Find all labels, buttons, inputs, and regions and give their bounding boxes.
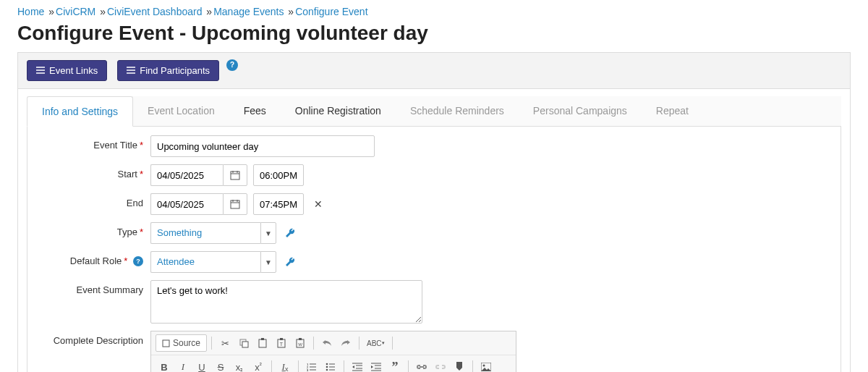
breadcrumb-sep: » bbox=[206, 6, 212, 17]
label-event-title: Event Title* bbox=[35, 135, 150, 151]
calendar-icon[interactable] bbox=[223, 164, 247, 186]
summary-textarea[interactable]: Let's get to work! bbox=[150, 280, 422, 324]
svg-point-17 bbox=[326, 366, 328, 368]
row-start: Start* bbox=[35, 164, 833, 186]
svg-rect-5 bbox=[259, 339, 266, 347]
svg-point-20 bbox=[483, 365, 485, 367]
tab-repeat[interactable]: Repeat bbox=[642, 96, 703, 126]
label-summary: Event Summary bbox=[35, 280, 150, 295]
anchor-icon[interactable] bbox=[451, 358, 468, 372]
underline-icon[interactable]: U bbox=[193, 358, 210, 372]
numbered-list-icon[interactable]: 123 bbox=[303, 358, 320, 372]
start-date-group bbox=[150, 164, 247, 186]
type-select-value[interactable]: Something bbox=[150, 222, 260, 244]
svg-rect-11 bbox=[299, 338, 302, 340]
required-marker: * bbox=[140, 227, 143, 237]
rte-toolbar-row-1: Source ✂ T bbox=[151, 331, 516, 355]
blockquote-icon[interactable]: ” bbox=[386, 358, 404, 372]
calendar-icon[interactable] bbox=[223, 193, 247, 215]
bulleted-list-icon[interactable] bbox=[322, 358, 339, 372]
help-icon[interactable]: ? bbox=[226, 59, 238, 71]
tabbed-form: Info and Settings Event Location Fees On… bbox=[18, 89, 850, 372]
tab-personal-campaigns[interactable]: Personal Campaigns bbox=[519, 96, 642, 126]
tab-info-settings[interactable]: Info and Settings bbox=[27, 96, 133, 127]
paste-icon[interactable] bbox=[254, 334, 271, 352]
subscript-icon[interactable]: x₂ bbox=[231, 358, 248, 372]
end-date-group bbox=[150, 193, 247, 215]
rte-sep bbox=[408, 360, 409, 372]
breadcrumb-sep: » bbox=[288, 6, 294, 17]
rte-sep bbox=[344, 360, 344, 372]
start-date-input[interactable] bbox=[150, 164, 223, 186]
copy-icon[interactable] bbox=[235, 334, 252, 352]
wrench-icon[interactable] bbox=[282, 256, 298, 269]
caret-down-icon[interactable]: ▼ bbox=[260, 222, 276, 244]
label-type: Type* bbox=[35, 222, 150, 237]
clear-end-icon[interactable]: ✕ bbox=[310, 198, 327, 210]
paste-word-icon[interactable]: W bbox=[292, 334, 309, 352]
hamburger-icon bbox=[127, 65, 135, 76]
label-start: Start* bbox=[35, 164, 150, 179]
svg-text:W: W bbox=[298, 342, 302, 347]
event-links-button[interactable]: Event Links bbox=[27, 60, 107, 81]
event-title-input[interactable] bbox=[150, 135, 375, 157]
remove-format-icon[interactable]: Ix bbox=[276, 358, 294, 372]
svg-point-18 bbox=[326, 369, 328, 371]
undo-icon[interactable] bbox=[318, 334, 336, 352]
row-end: End ✕ bbox=[35, 193, 833, 215]
indent-icon[interactable] bbox=[367, 358, 385, 372]
end-date-input[interactable] bbox=[150, 193, 223, 215]
role-select-value[interactable]: Attendee bbox=[150, 251, 260, 273]
breadcrumb-civicrm[interactable]: CiviCRM bbox=[56, 6, 95, 17]
svg-rect-0 bbox=[231, 172, 239, 179]
label-end: End bbox=[35, 193, 150, 208]
action-bar: Event Links Find Participants ? bbox=[18, 53, 850, 89]
outdent-icon[interactable] bbox=[349, 358, 366, 372]
caret-down-icon[interactable]: ▼ bbox=[260, 251, 276, 273]
svg-text:3: 3 bbox=[307, 368, 309, 371]
image-icon[interactable] bbox=[477, 358, 495, 372]
tab-fees[interactable]: Fees bbox=[229, 96, 281, 126]
svg-rect-4 bbox=[242, 342, 248, 347]
required-marker: * bbox=[140, 140, 143, 151]
tab-schedule-reminders[interactable]: Schedule Reminders bbox=[396, 96, 519, 126]
svg-text:T: T bbox=[280, 342, 284, 347]
row-summary: Event Summary Let's get to work! bbox=[35, 280, 833, 324]
breadcrumb: Home »CiviCRM »CiviEvent Dashboard »Mana… bbox=[0, 0, 868, 20]
hamburger-icon bbox=[36, 65, 45, 76]
spellcheck-icon[interactable]: ABC▾ bbox=[364, 334, 388, 352]
role-select[interactable]: Attendee ▼ bbox=[150, 251, 276, 273]
rte-sep bbox=[271, 360, 272, 372]
cut-icon[interactable]: ✂ bbox=[216, 334, 234, 352]
tabs: Info and Settings Event Location Fees On… bbox=[27, 96, 841, 127]
rte-source-button[interactable]: Source bbox=[156, 334, 207, 352]
event-links-label: Event Links bbox=[49, 65, 98, 76]
required-marker: * bbox=[140, 169, 143, 179]
italic-icon[interactable]: I bbox=[174, 358, 192, 372]
find-participants-button[interactable]: Find Participants bbox=[117, 60, 219, 81]
label-description: Complete Description bbox=[35, 331, 150, 346]
unlink-icon[interactable] bbox=[432, 358, 449, 372]
strike-icon[interactable]: S bbox=[212, 358, 229, 372]
superscript-icon[interactable]: x² bbox=[250, 358, 267, 372]
breadcrumb-dashboard[interactable]: CiviEvent Dashboard bbox=[107, 6, 203, 17]
wrench-icon[interactable] bbox=[282, 227, 298, 240]
paste-text-icon[interactable]: T bbox=[273, 334, 290, 352]
svg-rect-2 bbox=[163, 340, 169, 347]
bold-icon[interactable]: B bbox=[156, 358, 173, 372]
help-icon[interactable]: ? bbox=[133, 256, 143, 266]
svg-rect-6 bbox=[261, 338, 264, 340]
breadcrumb-home[interactable]: Home bbox=[17, 6, 44, 17]
row-type: Type* Something ▼ bbox=[35, 222, 833, 244]
link-icon[interactable] bbox=[413, 358, 430, 372]
tab-online-registration[interactable]: Online Registration bbox=[281, 96, 396, 126]
type-select[interactable]: Something ▼ bbox=[150, 222, 276, 244]
tab-event-location[interactable]: Event Location bbox=[133, 96, 229, 126]
end-time-input[interactable] bbox=[253, 193, 304, 215]
row-description: Complete Description Source ✂ bbox=[35, 331, 833, 372]
redo-icon[interactable] bbox=[337, 334, 354, 352]
breadcrumb-current[interactable]: Configure Event bbox=[295, 6, 367, 17]
breadcrumb-manage[interactable]: Manage Events bbox=[213, 6, 284, 17]
form-area: Event Title* Start* bbox=[27, 127, 841, 372]
start-time-input[interactable] bbox=[253, 164, 304, 186]
